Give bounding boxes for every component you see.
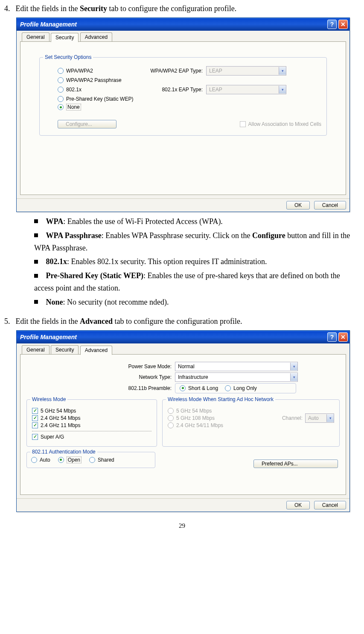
check-24ghz-11[interactable]: ✓ <box>32 422 38 428</box>
radio-none-label: None <box>66 104 81 111</box>
step-4-num: 4. <box>4 4 14 13</box>
eap2-combo: LEAP▾ <box>206 85 286 94</box>
eap1-label: WPA/WPA2 EAP Type: <box>143 68 206 74</box>
tab-strip: General Security Advanced <box>20 32 346 42</box>
radio-wpa-passphrase-label: WPA/WPA2 Passphrase <box>66 77 122 83</box>
bullet-icon <box>34 274 38 278</box>
bullet-icon <box>34 219 38 223</box>
tab-security[interactable]: Security <box>51 33 79 42</box>
profile-mgmt-dialog-advanced: Profile Management ? ✕ General Security … <box>16 330 350 512</box>
radio-wpa[interactable] <box>58 68 64 74</box>
radio-long-only[interactable] <box>225 385 231 391</box>
radio-short-long[interactable] <box>180 385 186 391</box>
radio-8021x[interactable] <box>58 87 64 93</box>
step-5-num: 5. <box>4 317 14 326</box>
check-super-ag[interactable]: ✓ <box>32 434 38 440</box>
tab-strip: General Security Advanced <box>20 345 346 355</box>
wireless-mode-group: Wireless Mode ✓5 GHz 54 Mbps ✓2.4 GHz 54… <box>26 399 157 447</box>
radio-psk[interactable] <box>58 96 64 102</box>
chevron-down-icon: ▾ <box>279 67 286 75</box>
check-5ghz-54[interactable]: ✓ <box>32 408 38 414</box>
eap2-label: 802.1x EAP Type: <box>143 87 206 93</box>
tab-security[interactable]: Security <box>51 345 79 354</box>
tab-advanced[interactable]: Advanced <box>80 32 112 41</box>
preferred-aps-button[interactable]: Preferred APs... <box>253 460 338 468</box>
channel-combo: Auto▾ <box>305 413 334 423</box>
radio-wpa-passphrase[interactable] <box>58 77 64 83</box>
titlebar[interactable]: Profile Management ? ✕ <box>17 331 349 343</box>
window-title: Profile Management <box>20 334 326 340</box>
bullet-wpa-passphrase: WPA Passphrase: Enables WPA Passphrase s… <box>34 230 360 254</box>
dialog-body: General Security Advanced Set Security O… <box>17 31 349 198</box>
nt-combo[interactable]: Infrastructure▾ <box>175 372 298 382</box>
ok-button[interactable]: OK <box>286 501 310 509</box>
cancel-button[interactable]: Cancel <box>314 201 346 209</box>
radio-auth-shared[interactable] <box>89 457 95 463</box>
preamble-group: Short & Long Long Only <box>175 383 296 393</box>
tab-general[interactable]: General <box>22 345 50 354</box>
cancel-button[interactable]: Cancel <box>314 501 346 509</box>
group-title: 802.11 Authentication Mode <box>30 449 97 455</box>
bullet-icon <box>34 300 38 304</box>
bullet-psk: Pre-Shared Key (Static WEP): Enables the… <box>34 270 360 294</box>
nt-label: Network Type: <box>112 374 175 380</box>
radio-psk-label: Pre-Shared Key (Static WEP) <box>66 96 133 102</box>
close-button[interactable]: ✕ <box>338 20 348 29</box>
tab-advanced[interactable]: Advanced <box>80 346 112 355</box>
dialog-footer: OK Cancel <box>17 198 349 212</box>
bullet-icon <box>34 233 38 237</box>
bullet-8021x: 802.1x: Enables 802.1x security. This op… <box>34 256 360 268</box>
radio-ah-24 <box>168 422 174 428</box>
help-button[interactable]: ? <box>327 332 337 342</box>
radio-auth-open[interactable] <box>58 457 64 463</box>
psm-combo[interactable]: Normal▾ <box>175 362 298 371</box>
chevron-down-icon: ▾ <box>279 86 286 93</box>
configure-button: Configure... <box>58 120 116 128</box>
help-button[interactable]: ? <box>327 20 337 29</box>
security-panel: Set Security Options WPA/WPA2 WPA/WPA2 E… <box>20 41 346 195</box>
step-5-text: Edit the fields in the Advanced tab to c… <box>16 317 242 326</box>
allow-mixed-label: Allow Association to Mixed Cells <box>248 121 321 127</box>
chevron-down-icon: ▾ <box>290 363 297 370</box>
step-4-text: Edit the fields in the Security tab to c… <box>16 4 237 13</box>
step-5: 5. Edit the fields in the Advanced tab t… <box>4 317 360 326</box>
channel-label: Channel: <box>282 415 303 421</box>
group-title: Wireless Mode <box>30 396 67 402</box>
titlebar[interactable]: Profile Management ? ✕ <box>17 18 349 31</box>
page-number: 29 <box>4 522 360 529</box>
security-options-group: Set Security Options WPA/WPA2 WPA/WPA2 E… <box>39 57 327 136</box>
radio-8021x-label: 802.1x <box>66 87 143 93</box>
radio-none[interactable] <box>58 104 64 110</box>
radio-auth-auto[interactable] <box>31 457 37 463</box>
allow-mixed-check <box>240 121 246 127</box>
ok-button[interactable]: OK <box>286 201 310 209</box>
profile-mgmt-dialog-security: Profile Management ? ✕ General Security … <box>16 17 350 212</box>
bullet-icon <box>34 260 38 264</box>
dialog-body: General Security Advanced Power Save Mod… <box>17 343 349 498</box>
step-4: 4. Edit the fields in the Security tab t… <box>4 4 360 13</box>
radio-ah-5-54 <box>168 408 174 414</box>
preamble-label: 802.11b Preamble: <box>112 385 175 391</box>
dialog-footer: OK Cancel <box>17 498 349 512</box>
window-title: Profile Management <box>20 21 326 28</box>
radio-ah-5-108 <box>168 415 174 421</box>
adhoc-mode-group: Wireless Mode When Starting Ad Hoc Netwo… <box>162 399 340 447</box>
group-title: Wireless Mode When Starting Ad Hoc Netwo… <box>166 396 275 402</box>
bullet-wpa: WPA: Enables the use of Wi-Fi Protected … <box>34 215 360 228</box>
radio-wpa-label: WPA/WPA2 <box>66 68 143 74</box>
tab-general[interactable]: General <box>22 32 50 41</box>
advanced-panel: Power Save Mode: Normal▾ Network Type: I… <box>20 354 346 495</box>
psm-label: Power Save Mode: <box>112 364 175 369</box>
chevron-down-icon: ▾ <box>326 414 334 422</box>
security-bullets: WPA: Enables the use of Wi-Fi Protected … <box>34 215 360 308</box>
close-button[interactable]: ✕ <box>338 332 348 342</box>
group-title: Set Security Options <box>43 54 93 60</box>
separator <box>32 431 151 431</box>
eap1-combo: LEAP▾ <box>206 66 286 76</box>
check-24ghz-54[interactable]: ✓ <box>32 415 38 421</box>
bullet-none: None: No security (not recomme nded). <box>34 296 360 308</box>
auth-mode-group: 802.11 Authentication Mode Auto Open Sha… <box>26 452 155 468</box>
chevron-down-icon: ▾ <box>290 373 297 381</box>
